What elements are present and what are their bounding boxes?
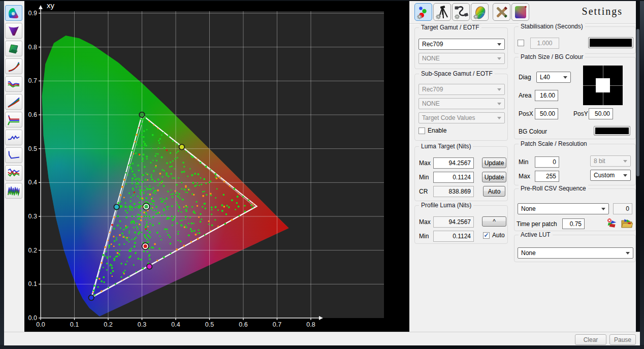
csv-sequence-load-icon: [621, 217, 633, 229]
diag-select[interactable]: L40: [536, 72, 571, 83]
view-rgb-levels-button[interactable]: [5, 112, 22, 128]
target-gamut-select[interactable]: Rec709: [418, 39, 505, 50]
svg-text:0.9: 0.9: [28, 10, 37, 17]
csv-delete-button[interactable]: [606, 217, 619, 229]
view-rgb-error-button[interactable]: [5, 165, 22, 181]
rgb-error-plot-icon: [7, 168, 20, 179]
diag-label: Diag: [519, 74, 531, 81]
svg-text:0.5: 0.5: [28, 145, 37, 152]
stabilisation-colour-button[interactable]: [588, 37, 633, 48]
rgb-balance-curves-icon: [7, 79, 20, 90]
stabilisation-checkbox[interactable]: ✓: [518, 40, 524, 46]
subspace-enable-label: Enable: [428, 127, 446, 134]
csv-load-button[interactable]: [621, 217, 633, 229]
delta-e-plot-icon: [7, 132, 20, 143]
subspace-mode-select[interactable]: Target Code Values: [418, 112, 505, 123]
scale-max-input[interactable]: [535, 171, 559, 182]
rgb-levels-icon: [7, 114, 20, 125]
lut-surface-button[interactable]: [471, 3, 489, 21]
rgb-linearity-icon: [7, 97, 20, 108]
group-title: Luma Target (Nits): [419, 143, 473, 150]
bit-depth-select[interactable]: 8 bit: [590, 155, 631, 167]
luma-min-update-button[interactable]: Update: [482, 172, 506, 182]
subspace-eotf-select[interactable]: NONE: [418, 98, 505, 109]
panel-scrollbar[interactable]: [636, 1, 640, 332]
eotf-curves-icon: [7, 61, 20, 72]
view-cie-uv-button[interactable]: [5, 23, 22, 39]
panel-scrollbar-thumb[interactable]: [636, 29, 639, 176]
connection-button[interactable]: [452, 3, 470, 21]
profiling-button[interactable]: [414, 3, 432, 21]
bg-colour-swatch: [595, 128, 629, 134]
color-cube-button[interactable]: [511, 3, 529, 21]
calibration-tools-button[interactable]: [493, 3, 510, 21]
probe-tripod-icon: [435, 5, 450, 20]
plot-corner-label: xy: [47, 1, 55, 10]
active-lut-select[interactable]: None: [518, 247, 633, 259]
profiling-patches-icon: [416, 5, 431, 20]
luma-cr-auto-button[interactable]: Auto: [483, 186, 505, 197]
connection-cable-icon: [454, 5, 469, 20]
luma-min-label: Min: [419, 174, 429, 181]
clear-button[interactable]: Clear: [575, 334, 606, 345]
green-primary-marker: [139, 112, 145, 118]
svg-text:0.0: 0.0: [28, 314, 37, 322]
view-cie-xy-button[interactable]: [5, 5, 22, 21]
scale-min-input[interactable]: [535, 156, 559, 168]
view-gamut-3d-button[interactable]: [5, 41, 22, 56]
luma-min-input[interactable]: [433, 172, 474, 183]
svg-text:0.1: 0.1: [70, 321, 79, 328]
view-luminance-line-button[interactable]: [5, 147, 22, 163]
gear-icon: [436, 14, 441, 19]
subspace-mode-value: Target Code Values: [422, 114, 475, 121]
probe-tripod-button[interactable]: [433, 3, 451, 21]
target-eotf-select[interactable]: NONE: [418, 53, 505, 64]
svg-text:0.2: 0.2: [28, 247, 37, 254]
scale-max-label: Max: [519, 173, 530, 180]
luma-max-update-button[interactable]: Update: [482, 157, 506, 168]
subspace-gamut-select[interactable]: Rec709: [418, 84, 505, 95]
view-rgb-noise-button[interactable]: [5, 183, 22, 199]
posx-input[interactable]: [535, 108, 558, 119]
patch-preview: [583, 66, 623, 105]
preroll-sequence-select[interactable]: None: [518, 203, 609, 214]
view-eotf-curves-button[interactable]: [5, 58, 22, 74]
group-title: Sub-Space Gamut / EOTF: [419, 70, 495, 77]
svg-text:0.7: 0.7: [28, 77, 37, 84]
subspace-enable-checkbox[interactable]: ✓: [418, 128, 425, 134]
lut-surface-icon: [472, 5, 488, 20]
scale-min-label: Min: [519, 158, 528, 166]
yellow-secondary-marker: [179, 144, 185, 150]
group-profile-luma: Profile Luma (Nits) Max ^ Min ✓ Auto: [414, 205, 508, 244]
bg-colour-button[interactable]: [594, 126, 630, 136]
view-rgb-linearity-button[interactable]: [5, 94, 22, 110]
svg-text:0.4: 0.4: [171, 321, 180, 328]
target-gamut-value: Rec709: [422, 41, 443, 48]
chromaticity-chart[interactable]: 0.00.10.20.30.40.50.60.70.80.00.10.20.30…: [24, 1, 409, 332]
stabilisation-colour-swatch: [590, 39, 632, 47]
panel-heading: Settings: [582, 6, 623, 17]
time-per-patch-input[interactable]: [562, 218, 585, 229]
scale-mode-select[interactable]: Custom: [590, 170, 631, 181]
group-title: Pre-Roll CSV Sequence: [519, 185, 588, 192]
cie-xy-plot: 0.00.10.20.30.40.50.60.70.80.00.10.20.30…: [24, 1, 409, 332]
area-input[interactable]: [535, 90, 558, 101]
group-active-lut: Active LUT None: [514, 235, 636, 262]
window-edge-bottom: [0, 345, 644, 349]
svg-text:0.6: 0.6: [28, 111, 37, 118]
pause-button[interactable]: Pause: [609, 334, 636, 345]
view-delta-e-line-button[interactable]: [5, 130, 22, 145]
svg-text:0.3: 0.3: [138, 321, 146, 328]
view-rgb-balance-button[interactable]: [5, 76, 22, 92]
blue-primary-marker: [88, 295, 94, 301]
calibration-tools-icon: [494, 5, 509, 20]
profile-auto-checkbox[interactable]: ✓: [483, 232, 490, 239]
window-frame: 0.00.10.20.30.40.50.60.70.80.00.10.20.30…: [0, 0, 644, 349]
magenta-secondary-marker: [147, 264, 152, 269]
profile-luma-apply-button[interactable]: ^: [482, 216, 506, 227]
posy-input[interactable]: [589, 108, 613, 119]
cie-uv-diagram-icon: [7, 25, 20, 37]
luma-max-input[interactable]: [433, 157, 474, 169]
posy-label: PosY: [573, 110, 588, 117]
svg-text:0.6: 0.6: [239, 321, 247, 328]
